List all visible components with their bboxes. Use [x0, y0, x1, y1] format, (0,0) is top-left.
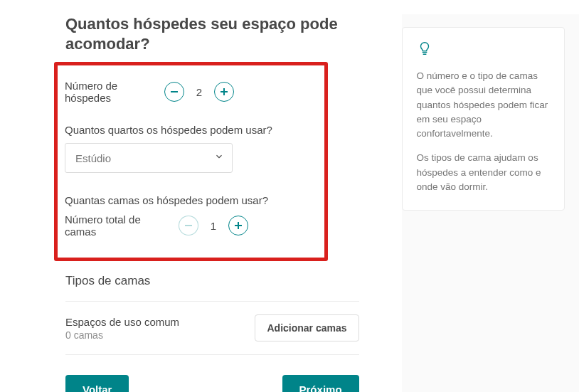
page-title: Quantos hóspedes seu espaço pode acomoda… — [65, 14, 359, 53]
guests-row: Número de hóspedes 2 — [65, 80, 317, 104]
common-spaces-row: Espaços de uso comum 0 camas Adicionar c… — [65, 302, 359, 354]
nav-row: Voltar Próximo — [65, 375, 359, 392]
main-form: Quantos hóspedes seu espaço pode acomoda… — [65, 14, 359, 392]
bedrooms-select[interactable]: Estúdio — [65, 143, 233, 173]
beds-increment-button[interactable] — [228, 216, 248, 235]
next-button[interactable]: Próximo — [282, 375, 359, 392]
guests-label: Número de hóspedes — [65, 80, 164, 104]
plus-icon — [235, 222, 242, 229]
common-spaces-subtitle: 0 camas — [65, 329, 179, 341]
back-button[interactable]: Voltar — [65, 375, 129, 392]
divider — [65, 354, 359, 355]
beds-stepper: 1 — [179, 216, 248, 235]
common-spaces-text: Espaços de uso comum 0 camas — [65, 316, 179, 341]
sidebar: O número e o tipo de camas que você poss… — [402, 14, 579, 392]
guests-value: 2 — [184, 86, 214, 98]
minus-icon — [171, 91, 178, 92]
tip-card: O número e o tipo de camas que você poss… — [402, 27, 565, 211]
beds-row: Número total de camas 1 — [65, 213, 317, 238]
beds-block: Quantas camas os hóspedes podem usar? Nú… — [65, 194, 317, 238]
beds-value: 1 — [198, 220, 228, 232]
guests-stepper: 2 — [164, 82, 234, 102]
guests-decrement-button[interactable] — [164, 82, 184, 102]
bedrooms-question: Quantos quartos os hóspedes podem usar? — [65, 124, 317, 136]
svg-rect-0 — [171, 91, 178, 92]
tip-paragraph-2: Os tipos de cama ajudam os hóspedes a en… — [417, 151, 550, 194]
svg-rect-3 — [185, 225, 192, 226]
beds-decrement-button[interactable] — [179, 216, 198, 235]
highlighted-section: Número de hóspedes 2 Quantos quartos os … — [54, 62, 328, 261]
guests-increment-button[interactable] — [214, 82, 234, 102]
add-beds-button[interactable]: Adicionar camas — [255, 314, 358, 341]
bedrooms-selected-value: Estúdio — [75, 152, 111, 164]
minus-icon — [185, 225, 192, 226]
tip-paragraph-1: O número e o tipo de camas que você poss… — [417, 69, 550, 141]
beds-label: Número total de camas — [65, 213, 164, 238]
bed-types-title: Tipos de camas — [65, 274, 359, 288]
lightbulb-icon — [417, 41, 550, 59]
beds-question: Quantas camas os hóspedes podem usar? — [65, 194, 317, 206]
plus-icon — [221, 88, 228, 95]
svg-rect-2 — [221, 91, 228, 92]
common-spaces-title: Espaços de uso comum — [65, 316, 179, 328]
bedrooms-select-wrap: Estúdio — [65, 143, 233, 173]
svg-rect-5 — [235, 225, 242, 226]
